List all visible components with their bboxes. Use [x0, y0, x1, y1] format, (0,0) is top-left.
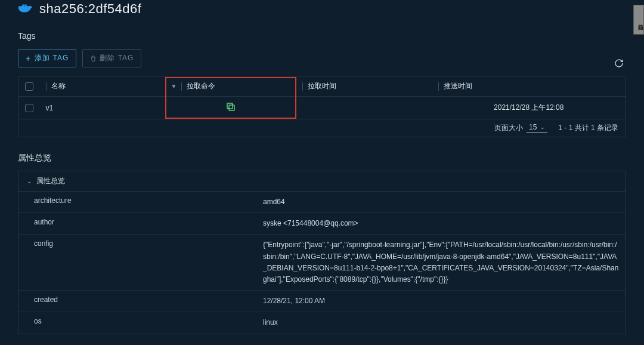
attr-row: architecture amd64: [18, 192, 626, 213]
attr-key: architecture: [18, 192, 257, 212]
delete-tag-button[interactable]: 删除 TAG: [82, 49, 141, 67]
page-header: sha256:2df54d6f: [18, 0, 626, 27]
page-size-value: 15: [529, 123, 537, 131]
attr-value: linux: [257, 312, 626, 333]
col-pull-header[interactable]: 拉取时间: [308, 81, 336, 91]
attr-row: created 12/28/21, 12:00 AM: [18, 291, 626, 312]
column-separator: [181, 82, 182, 91]
attributes-panel-toggle[interactable]: ⌄ 属性总览: [18, 171, 626, 192]
attr-value: syske <715448004@qq.com>: [257, 213, 626, 234]
attr-value: amd64: [257, 192, 626, 212]
column-separator: [438, 82, 439, 91]
attr-value: 12/28/21, 12:00 AM: [257, 291, 626, 312]
trash-icon: [90, 54, 96, 63]
col-name-header[interactable]: 名称: [51, 81, 66, 91]
refresh-button[interactable]: [614, 58, 624, 70]
select-all-checkbox[interactable]: [25, 82, 33, 91]
attr-key: created: [18, 291, 257, 312]
copy-pull-command-button[interactable]: [225, 101, 236, 114]
table-footer: 页面大小 15 ⌄ 1 - 1 共计 1 条记录: [18, 119, 626, 137]
tags-heading: Tags: [18, 31, 626, 41]
cell-push-time: 2021/12/28 上午12:08: [432, 97, 626, 119]
attr-row: author syske <715448004@qq.com>: [18, 213, 626, 235]
pagination-range: 1 - 1 共计 1 条记录: [558, 123, 618, 133]
chevron-down-icon: ⌄: [540, 124, 545, 130]
right-side-tab[interactable]: 扫描器: [633, 5, 644, 35]
page-size-select[interactable]: 15 ⌄: [527, 123, 547, 133]
svg-rect-4: [24, 4, 26, 6]
table-row[interactable]: v1 2021/12/28 上午12:08: [18, 97, 626, 119]
tags-table: 名称 ▼ 拉取命令 拉取时间: [18, 76, 626, 119]
col-cmd-header[interactable]: 拉取命令: [187, 81, 215, 91]
chevron-down-icon: ⌄: [27, 178, 32, 184]
col-push-header[interactable]: 推送时间: [444, 81, 472, 91]
tag-action-bar: + 添加 TAG 删除 TAG: [18, 49, 626, 67]
column-separator: [302, 82, 303, 91]
row-checkbox[interactable]: [25, 104, 33, 112]
filter-icon[interactable]: ▼: [171, 83, 177, 90]
svg-rect-3: [22, 4, 24, 6]
page-title: sha256:2df54d6f: [39, 1, 141, 17]
attr-row: os linux: [18, 312, 626, 333]
table-header-row: 名称 ▼ 拉取命令 拉取时间: [18, 76, 626, 97]
svg-rect-6: [229, 105, 234, 110]
attr-key: author: [18, 213, 257, 234]
attributes-heading: 属性总览: [18, 153, 626, 164]
attr-value: {"Entrypoint":["java","-jar","/springboo…: [257, 235, 626, 290]
attr-row: config {"Entrypoint":["java","-jar","/sp…: [18, 235, 626, 291]
attributes-panel-title: 属性总览: [36, 176, 65, 186]
docker-icon: [18, 2, 33, 17]
cell-pull-time: [296, 97, 432, 119]
column-separator: [46, 82, 47, 91]
attr-key: os: [18, 312, 257, 333]
attributes-panel: ⌄ 属性总览 architecture amd64 author syske <…: [18, 171, 626, 334]
delete-tag-label: 删除 TAG: [100, 53, 134, 63]
cell-name: v1: [40, 97, 165, 119]
add-tag-button[interactable]: + 添加 TAG: [18, 49, 76, 67]
add-tag-label: 添加 TAG: [35, 53, 69, 63]
svg-rect-7: [227, 103, 233, 109]
plus-icon: +: [26, 54, 31, 63]
page-size-label: 页面大小: [494, 123, 523, 133]
attr-key: config: [18, 235, 257, 290]
